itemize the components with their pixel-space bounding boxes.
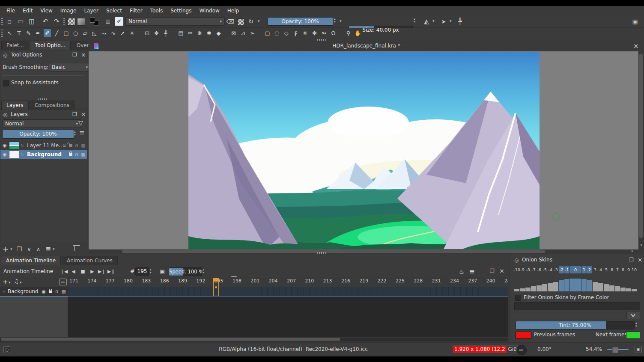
- ruler-label[interactable]: 189: [177, 278, 195, 284]
- onion-opacity-bar[interactable]: [581, 279, 587, 291]
- canvas-hscrollbar[interactable]: ▸: [89, 249, 638, 254]
- menu-item[interactable]: Tools: [146, 8, 167, 14]
- timeline-menu-icon[interactable]: ≡: [468, 267, 476, 276]
- chevron-down-icon[interactable]: ▾: [432, 19, 435, 23]
- toolbox-tool[interactable]: ✒: [34, 29, 42, 37]
- undo-button[interactable]: ↶: [41, 17, 50, 26]
- track-label-row[interactable]: ➣ Background ◉ α ▦: [0, 287, 68, 297]
- pin-icon[interactable]: ➣: [0, 289, 8, 294]
- menu-item[interactable]: Edit: [19, 8, 36, 14]
- alpha-lock-icon[interactable]: α: [74, 142, 80, 148]
- menu-item[interactable]: Layer: [80, 8, 102, 14]
- toolbox-tool[interactable]: ✵: [301, 29, 309, 37]
- docker-tab[interactable]: Animation Timeline: [1, 256, 61, 265]
- toolbox-tool[interactable]: ✥: [153, 29, 160, 37]
- docker-tab[interactable]: Animation Curves: [62, 256, 118, 265]
- toolbox-tool[interactable]: ▢: [264, 29, 271, 37]
- ruler-label[interactable]: 180: [123, 278, 141, 284]
- onion-frame-toggle[interactable]: -7: [531, 266, 536, 273]
- docker-tab[interactable]: Layers: [1, 101, 29, 110]
- layer-blending-select[interactable]: Normal ▾: [2, 119, 81, 128]
- transport-button[interactable]: ❘◀: [60, 267, 68, 276]
- opacity-slider[interactable]: Opacity: 100%: [267, 17, 333, 26]
- onion-frame-toggle[interactable]: 6: [609, 266, 614, 273]
- vscrollbar-handle[interactable]: [639, 54, 643, 238]
- timeline-ruler[interactable]: 1711741771801831861891921951982012042072…: [69, 278, 508, 284]
- close-docker-icon[interactable]: ×: [499, 267, 504, 274]
- close-docker-icon[interactable]: ×: [81, 111, 86, 118]
- timeline-hscrollbar[interactable]: [0, 338, 508, 341]
- tint-spinner[interactable]: ▴▾: [635, 322, 637, 328]
- ruler-label[interactable]: 240: [486, 278, 504, 284]
- current-frame-marker[interactable]: [213, 278, 219, 296]
- ruler-label[interactable]: 210: [304, 278, 322, 284]
- onion-opacity-bar[interactable]: [620, 288, 626, 291]
- docker-tab[interactable]: Tool Optio...: [30, 41, 71, 50]
- layer-row[interactable]: ◉ ↻ Layer 11 Me... ◒ α ▦: [0, 141, 87, 150]
- duplicate-layer-button[interactable]: ❐: [17, 246, 22, 252]
- ruler-label[interactable]: 237: [467, 278, 485, 284]
- toolbox-tool[interactable]: T: [15, 29, 23, 37]
- onion-frame-toggle[interactable]: 10: [632, 266, 637, 273]
- toolbox-tool[interactable]: □: [63, 29, 70, 37]
- open-document-button[interactable]: ▭: [16, 17, 25, 26]
- onion-frame-toggle[interactable]: -2: [559, 266, 564, 273]
- ruler-label[interactable]: 207: [286, 278, 304, 284]
- onion-frame-toggle[interactable]: 0: [570, 266, 581, 273]
- menu-item[interactable]: Select: [102, 8, 126, 14]
- fg-bg-colors[interactable]: [90, 18, 98, 25]
- layer-filter-icon[interactable]: ▽: [78, 119, 83, 126]
- track-visibility-icon[interactable]: ◉: [40, 289, 47, 294]
- toolbox-tool[interactable]: ◆: [215, 29, 222, 37]
- ruler-label[interactable]: 171: [69, 278, 86, 284]
- size-slider[interactable]: Size: 40,00 px: [349, 26, 413, 34]
- canvas-vscrollbar[interactable]: ▾: [638, 51, 644, 249]
- close-document-icon[interactable]: ×: [633, 42, 639, 50]
- toolbox-tool[interactable]: ↖: [6, 29, 13, 37]
- toolbox-tool[interactable]: ▱: [81, 29, 89, 37]
- previous-frames-color-swatch[interactable]: [516, 332, 531, 339]
- chevron-down-icon[interactable]: ▾: [258, 19, 260, 23]
- brush-editor-button[interactable]: ✐: [115, 17, 123, 26]
- track-alpha-icon[interactable]: α: [54, 288, 60, 294]
- lock-icon[interactable]: [67, 151, 74, 157]
- toolbox-tool[interactable]: ∿: [110, 29, 117, 37]
- onion-opacity-bar[interactable]: [514, 289, 519, 291]
- chevron-down-icon[interactable]: ▾: [340, 19, 342, 23]
- onion-frame-toggle[interactable]: 2: [587, 266, 592, 273]
- frame-display-button[interactable]: ▣: [158, 267, 166, 275]
- onion-opacity-bar[interactable]: [604, 284, 609, 291]
- track-frames[interactable]: [68, 287, 508, 297]
- menu-item[interactable]: Help: [224, 8, 243, 14]
- ruler-label[interactable]: 231: [431, 278, 449, 284]
- menu-item[interactable]: Window: [195, 8, 223, 14]
- zoom-slider[interactable]: [607, 349, 629, 350]
- onion-frame-toggle[interactable]: -3: [553, 266, 558, 273]
- onion-frame-toggle[interactable]: 1: [581, 266, 587, 273]
- splitter-grip[interactable]: [317, 252, 327, 254]
- onion-frame-toggle[interactable]: -10: [514, 266, 519, 273]
- ruler-label[interactable]: 174: [86, 278, 104, 284]
- onion-frame-toggle[interactable]: -9: [520, 266, 525, 273]
- splitter-grip[interactable]: [317, 39, 327, 41]
- canvas-painting[interactable]: [188, 52, 540, 249]
- new-document-button[interactable]: ▫: [5, 17, 14, 26]
- canvas-rotation-dial[interactable]: [516, 345, 527, 355]
- brush-smoothing-select[interactable]: Basic ▾: [49, 63, 91, 71]
- onion-frame-toggle[interactable]: -4: [548, 266, 553, 273]
- toolbox-tool[interactable]: ▤: [177, 29, 185, 37]
- toolbox-tool[interactable]: ➢: [249, 29, 256, 37]
- opacity-spinner[interactable]: ▴▾: [334, 18, 336, 24]
- inherit-alpha-icon[interactable]: ▦: [80, 142, 87, 148]
- ruler-label[interactable]: 201: [250, 278, 268, 284]
- toolbox-tool[interactable]: ∮: [292, 29, 299, 37]
- docker-tab[interactable]: Compositions: [30, 101, 75, 110]
- onion-frame-toggle[interactable]: -1: [564, 266, 569, 273]
- onion-opacity-bar[interactable]: [559, 280, 564, 291]
- onion-frame-toggle[interactable]: 9: [626, 266, 631, 273]
- foreground-color-swatch[interactable]: [90, 18, 95, 23]
- mirror-vertical-button[interactable]: ➤: [439, 17, 448, 26]
- ruler-label[interactable]: 219: [358, 278, 376, 284]
- filter-onion-checkbox[interactable]: [515, 295, 521, 301]
- ruler-label[interactable]: 216: [340, 278, 358, 284]
